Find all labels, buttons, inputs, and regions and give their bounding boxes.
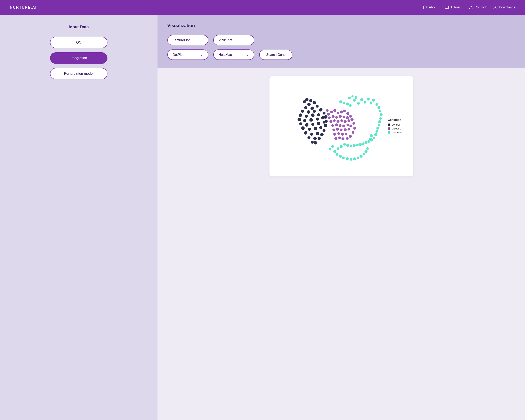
svg-point-37 (350, 158, 352, 161)
chevron-down-icon: ⌄ (246, 53, 249, 57)
svg-point-47 (339, 100, 342, 103)
svg-point-60 (313, 110, 316, 113)
svg-point-102 (337, 112, 339, 115)
svg-point-14 (378, 120, 381, 123)
svg-point-12 (380, 113, 383, 116)
download-icon (493, 5, 497, 10)
svg-point-44 (349, 104, 352, 107)
svg-point-80 (310, 133, 313, 136)
svg-point-82 (307, 136, 310, 139)
viz-panel: Visualization FeaturePlot ⌄ ViolinPlot ⌄… (158, 15, 525, 68)
svg-point-24 (359, 143, 362, 146)
legend-label-disease: disease (392, 127, 401, 130)
svg-point-77 (314, 127, 317, 130)
svg-point-65 (298, 118, 301, 121)
nav-tutorial[interactable]: Tutorial (445, 5, 461, 10)
svg-point-36 (346, 157, 349, 160)
svg-point-66 (303, 119, 306, 122)
svg-point-135 (334, 137, 337, 140)
svg-point-9 (375, 103, 378, 106)
svg-point-88 (312, 101, 316, 105)
svg-point-141 (352, 131, 354, 134)
chart-legend: Condition control disease treatment (388, 118, 403, 135)
comment-icon (423, 5, 427, 10)
svg-point-34 (338, 155, 342, 158)
svg-point-29 (343, 143, 346, 146)
svg-point-43 (366, 147, 369, 150)
search-gene-button[interactable]: Search Gene (259, 50, 292, 60)
nav-links: About Tutorial Contact Downloads (423, 5, 515, 10)
svg-point-4 (360, 98, 363, 101)
svg-point-85 (303, 100, 306, 103)
content-area: Visualization FeaturePlot ⌄ ViolinPlot ⌄… (158, 15, 525, 420)
svg-point-103 (340, 110, 343, 114)
svg-point-129 (344, 128, 347, 132)
svg-point-140 (353, 127, 356, 130)
svg-point-83 (313, 137, 317, 140)
svg-point-8 (372, 99, 375, 102)
nav-about[interactable]: About (423, 5, 437, 10)
svg-point-49 (370, 134, 373, 137)
svg-point-40 (359, 155, 363, 158)
dotplot-dropdown[interactable]: DotPlot ⌄ (167, 49, 208, 60)
svg-point-39 (357, 157, 359, 159)
sidebar-btn-qc[interactable]: QC (50, 37, 107, 48)
svg-point-48 (369, 138, 372, 140)
svg-point-63 (311, 114, 315, 117)
svg-point-125 (349, 124, 353, 128)
svg-point-13 (379, 117, 382, 120)
svg-point-42 (365, 150, 367, 153)
svg-point-113 (329, 120, 332, 123)
svg-point-2 (353, 99, 356, 102)
svg-point-67 (309, 118, 313, 122)
svg-point-107 (332, 115, 335, 118)
svg-point-92 (324, 115, 328, 119)
sidebar-title: Input Data (69, 25, 89, 29)
svg-point-61 (299, 114, 302, 117)
chevron-down-icon: ⌄ (200, 53, 203, 57)
viz-row-1: FeaturePlot ⌄ ViolinPlot ⌄ (167, 35, 515, 45)
scatter-plot (276, 83, 406, 169)
sidebar-btn-perturbation[interactable]: Perturbation model (50, 68, 107, 79)
svg-point-5 (364, 101, 366, 104)
svg-point-71 (305, 123, 309, 127)
svg-point-10 (377, 106, 380, 109)
violinplot-dropdown[interactable]: ViolinPlot ⌄ (213, 35, 254, 45)
svg-point-32 (333, 150, 336, 153)
sidebar-btn-integration[interactable]: Integration (50, 52, 107, 64)
svg-point-55 (307, 103, 311, 106)
svg-point-38 (353, 157, 356, 161)
svg-point-99 (327, 113, 330, 116)
svg-point-26 (353, 144, 356, 147)
heatmap-dropdown[interactable]: HeatMap ⌄ (213, 49, 254, 60)
svg-point-17 (375, 130, 378, 133)
svg-point-57 (310, 107, 314, 110)
svg-point-116 (340, 119, 343, 122)
svg-point-50 (331, 145, 334, 148)
legend-title: Condition (388, 118, 403, 122)
viz-row-2: DotPlot ⌄ HeatMap ⌄ Search Gene (167, 49, 515, 60)
svg-point-31 (337, 147, 339, 150)
svg-point-121 (335, 123, 338, 126)
svg-point-138 (326, 109, 328, 112)
featureplot-dropdown[interactable]: FeaturePlot ⌄ (167, 35, 208, 45)
chart-card: Condition control disease treatment (270, 76, 413, 176)
svg-point-62 (305, 115, 308, 118)
svg-point-93 (325, 120, 328, 123)
svg-point-30 (340, 145, 343, 148)
svg-point-75 (301, 126, 305, 130)
svg-point-131 (333, 133, 336, 136)
svg-point-56 (304, 106, 307, 109)
nav-downloads[interactable]: Downloads (493, 5, 515, 10)
nav-contact[interactable]: Contact (469, 5, 486, 10)
viz-controls: FeaturePlot ⌄ ViolinPlot ⌄ DotPlot ⌄ Hea… (167, 35, 515, 60)
svg-point-64 (317, 113, 320, 116)
svg-point-108 (335, 116, 338, 119)
svg-point-97 (318, 137, 321, 140)
svg-point-127 (336, 128, 339, 131)
svg-point-104 (343, 110, 346, 112)
navbar: NURTURE.AI About Tutorial Contact Downlo… (0, 0, 525, 15)
svg-point-130 (347, 128, 350, 131)
svg-point-6 (367, 97, 370, 101)
svg-point-3 (357, 102, 360, 105)
